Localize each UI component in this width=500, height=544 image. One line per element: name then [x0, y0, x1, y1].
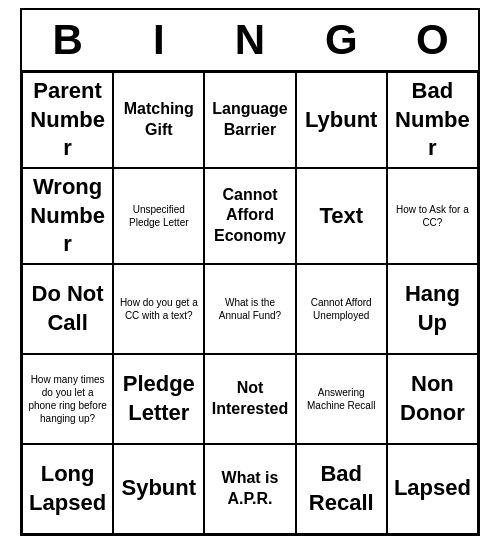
- cell-8: Text: [296, 168, 387, 264]
- cell-text-9: How to Ask for a CC?: [392, 203, 473, 229]
- cell-19: Non Donor: [387, 354, 478, 444]
- bingo-letter-g: G: [296, 16, 387, 64]
- cell-text-18: Answering Machine Recall: [301, 386, 382, 412]
- cell-13: Cannot Afford Unemployed: [296, 264, 387, 354]
- cell-text-4: Bad Number: [392, 77, 473, 163]
- cell-2: Language Barrier: [204, 72, 295, 168]
- cell-4: Bad Number: [387, 72, 478, 168]
- cell-10: Do Not Call: [22, 264, 113, 354]
- cell-text-16: Pledge Letter: [118, 370, 199, 427]
- cell-20: Long Lapsed: [22, 444, 113, 534]
- cell-18: Answering Machine Recall: [296, 354, 387, 444]
- cell-text-5: Wrong Number: [27, 173, 108, 259]
- cell-text-14: Hang Up: [392, 280, 473, 337]
- cell-0: Parent Number: [22, 72, 113, 168]
- cell-1: Matching Gift: [113, 72, 204, 168]
- cell-text-3: Lybunt: [305, 106, 378, 135]
- cell-22: What is A.P.R.: [204, 444, 295, 534]
- cell-16: Pledge Letter: [113, 354, 204, 444]
- bingo-letter-o: O: [387, 16, 478, 64]
- cell-6: Unspecified Pledge Letter: [113, 168, 204, 264]
- cell-text-10: Do Not Call: [27, 280, 108, 337]
- cell-15: How many times do you let a phone ring b…: [22, 354, 113, 444]
- cell-text-15: How many times do you let a phone ring b…: [27, 373, 108, 425]
- cell-text-17: Not Interested: [209, 378, 290, 420]
- cell-text-11: How do you get a CC with a text?: [118, 296, 199, 322]
- cell-text-12: What is the Annual Fund?: [209, 296, 290, 322]
- cell-24: Lapsed: [387, 444, 478, 534]
- cell-text-8: Text: [319, 202, 363, 231]
- cell-text-13: Cannot Afford Unemployed: [301, 296, 382, 322]
- bingo-grid: Parent NumberMatching GiftLanguage Barri…: [22, 70, 478, 534]
- cell-text-20: Long Lapsed: [27, 460, 108, 517]
- cell-3: Lybunt: [296, 72, 387, 168]
- bingo-letter-i: I: [113, 16, 204, 64]
- cell-text-24: Lapsed: [394, 474, 471, 503]
- cell-text-21: Sybunt: [122, 474, 197, 503]
- cell-11: How do you get a CC with a text?: [113, 264, 204, 354]
- bingo-title: BINGO: [22, 10, 478, 70]
- cell-text-0: Parent Number: [27, 77, 108, 163]
- cell-7: Cannot Afford Economy: [204, 168, 295, 264]
- cell-23: Bad Recall: [296, 444, 387, 534]
- cell-14: Hang Up: [387, 264, 478, 354]
- cell-9: How to Ask for a CC?: [387, 168, 478, 264]
- cell-21: Sybunt: [113, 444, 204, 534]
- cell-text-23: Bad Recall: [301, 460, 382, 517]
- cell-text-6: Unspecified Pledge Letter: [118, 203, 199, 229]
- cell-12: What is the Annual Fund?: [204, 264, 295, 354]
- cell-17: Not Interested: [204, 354, 295, 444]
- cell-text-22: What is A.P.R.: [209, 468, 290, 510]
- bingo-card: BINGO Parent NumberMatching GiftLanguage…: [20, 8, 480, 536]
- cell-text-7: Cannot Afford Economy: [209, 185, 290, 247]
- bingo-letter-b: B: [22, 16, 113, 64]
- cell-text-19: Non Donor: [392, 370, 473, 427]
- cell-text-2: Language Barrier: [209, 99, 290, 141]
- bingo-letter-n: N: [204, 16, 295, 64]
- cell-text-1: Matching Gift: [118, 99, 199, 141]
- cell-5: Wrong Number: [22, 168, 113, 264]
